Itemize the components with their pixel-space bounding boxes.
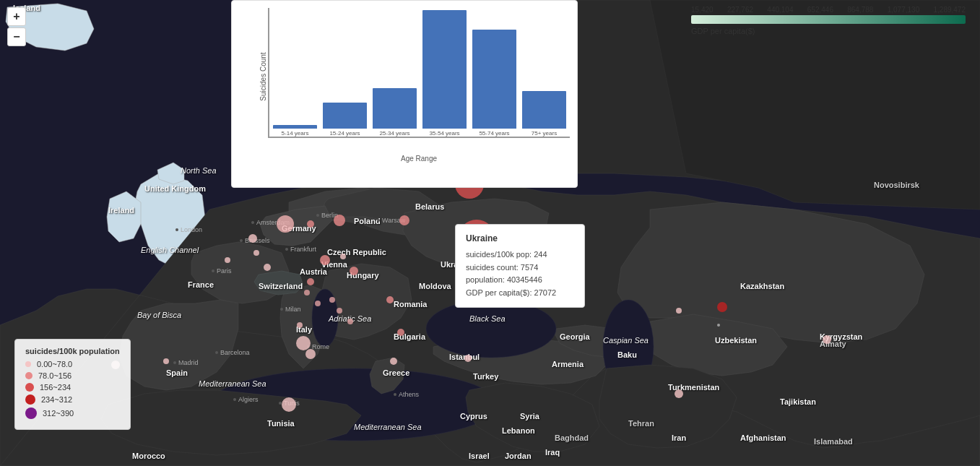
map-circle-26[interactable] bbox=[676, 308, 682, 314]
gdp-bar-title: GDP per capita($) bbox=[691, 27, 966, 35]
bar-4 bbox=[472, 30, 516, 129]
gdp-val-5: 864,788 bbox=[847, 6, 873, 14]
bars-container: 5-14 years15-24 years25-34 years35-54 ye… bbox=[268, 8, 570, 138]
bar-1 bbox=[323, 103, 367, 129]
zoom-out-button[interactable]: − bbox=[7, 27, 26, 46]
bar-0 bbox=[273, 125, 317, 129]
bar-group-3: 35-54 years bbox=[422, 10, 467, 137]
zoom-in-button[interactable]: + bbox=[7, 7, 26, 26]
svg-point-21 bbox=[426, 300, 556, 358]
city-label-7: Rome bbox=[312, 343, 329, 350]
legend-item-3: 234~312 bbox=[25, 394, 120, 405]
city-label-11: Algiers bbox=[238, 396, 259, 403]
map-circle-1[interactable] bbox=[334, 215, 345, 226]
bar-5 bbox=[522, 91, 566, 129]
map-circle-33[interactable] bbox=[717, 324, 720, 327]
suicide-legend: suicides/100k population 0.00~78.0 78.0~… bbox=[14, 339, 131, 430]
bar-label-0: 5-14 years bbox=[282, 130, 309, 137]
legend-circle-2 bbox=[25, 383, 34, 392]
map-circle-8[interactable] bbox=[320, 255, 330, 265]
map-circle-19[interactable] bbox=[305, 349, 316, 359]
svg-marker-6 bbox=[107, 191, 141, 242]
gdp-val-3: 440,104 bbox=[767, 6, 793, 14]
map-circle-12[interactable] bbox=[304, 290, 310, 295]
chart-x-label: Age Range bbox=[401, 155, 437, 163]
bar-group-1: 15-24 years bbox=[323, 103, 367, 137]
map-circle-27[interactable] bbox=[717, 302, 727, 312]
map-circle-16[interactable] bbox=[347, 319, 353, 324]
map-circle-24[interactable] bbox=[390, 358, 397, 365]
map-circle-32[interactable] bbox=[282, 397, 296, 412]
map-circle-5[interactable] bbox=[253, 250, 259, 256]
bar-label-1: 15-24 years bbox=[329, 130, 360, 137]
legend-range-0: 0.00~78.0 bbox=[37, 360, 72, 368]
map-circle-4[interactable] bbox=[248, 234, 257, 243]
city-dot-4 bbox=[316, 214, 319, 217]
map-circle-21[interactable] bbox=[399, 215, 409, 225]
city-label-10: Madrid bbox=[178, 359, 199, 366]
country-tooltip: Ukraine suicides/100k pop: 244suicides c… bbox=[455, 224, 585, 308]
city-label-0: London bbox=[181, 226, 202, 233]
legend-circle-4 bbox=[25, 407, 37, 419]
bar-3 bbox=[422, 10, 467, 129]
city-label-13: Athens bbox=[399, 391, 419, 398]
map-circle-6[interactable] bbox=[264, 264, 271, 271]
gdp-val-6: 1,077,130 bbox=[888, 6, 920, 14]
gdp-legend: 15,420 227,762 440,104 652,446 864,788 1… bbox=[691, 6, 966, 35]
map-circle-13[interactable] bbox=[315, 301, 321, 306]
map-circle-11[interactable] bbox=[307, 278, 314, 285]
legend-range-1: 78.0~156 bbox=[38, 371, 71, 380]
map-circle-7[interactable] bbox=[225, 257, 230, 263]
city-dot-11 bbox=[233, 398, 236, 401]
bar-group-4: 55-74 years bbox=[472, 30, 516, 137]
city-dot-3 bbox=[251, 221, 254, 224]
legend-range-2: 156~234 bbox=[40, 383, 71, 392]
legend-item-4: 312~390 bbox=[25, 407, 120, 419]
tooltip-row-3: GDP per capita($): 27072 bbox=[466, 287, 574, 300]
city-label-6: Milan bbox=[285, 306, 301, 313]
city-dot-13 bbox=[394, 393, 396, 396]
legend-item-0: 0.00~78.0 bbox=[25, 360, 120, 368]
map-circle-18[interactable] bbox=[296, 336, 311, 350]
map-circle-14[interactable] bbox=[329, 297, 335, 303]
map-circle-28[interactable] bbox=[675, 389, 683, 398]
map-circle-9[interactable] bbox=[340, 254, 346, 259]
city-dot-5 bbox=[285, 248, 288, 251]
legend-circle-3 bbox=[25, 394, 35, 405]
gdp-bar-labels: 15,420 227,762 440,104 652,446 864,788 1… bbox=[691, 6, 966, 14]
gdp-val-1: 15,420 bbox=[691, 6, 714, 14]
bar-label-5: 75+ years bbox=[532, 130, 557, 137]
map-circle-25[interactable] bbox=[464, 355, 472, 362]
tooltip-row-1: suicides count: 7574 bbox=[466, 262, 574, 275]
city-dot-2 bbox=[240, 239, 243, 242]
map-circle-15[interactable] bbox=[337, 308, 342, 314]
map-circle-29[interactable] bbox=[823, 335, 831, 344]
tooltip-row-0: suicides/100k pop: 244 bbox=[466, 249, 574, 262]
gdp-gradient-bar bbox=[691, 15, 966, 24]
city-dot-9 bbox=[215, 351, 218, 354]
map-circle-3[interactable] bbox=[307, 220, 314, 228]
legend-circle-0 bbox=[25, 361, 31, 367]
map-circle-22[interactable] bbox=[386, 296, 394, 303]
legend-range-3: 234~312 bbox=[41, 395, 72, 404]
city-dot-1 bbox=[212, 269, 214, 272]
map-circle-10[interactable] bbox=[350, 267, 358, 275]
legend-item-2: 156~234 bbox=[25, 383, 120, 392]
tooltip-title: Ukraine bbox=[466, 232, 574, 246]
city-dot-6 bbox=[280, 308, 283, 311]
legend-title: suicides/100k population bbox=[25, 347, 120, 355]
gdp-val-2: 227,762 bbox=[727, 6, 753, 14]
map-container: + − 15,420 227,762 440,104 652,446 864,7… bbox=[0, 0, 980, 466]
bar-label-4: 55-74 years bbox=[479, 130, 509, 137]
bar-2 bbox=[373, 88, 417, 129]
map-circle-23[interactable] bbox=[397, 329, 404, 336]
map-circle-2[interactable] bbox=[277, 215, 294, 233]
bar-group-2: 25-34 years bbox=[373, 88, 417, 137]
map-circle-17[interactable] bbox=[297, 322, 303, 328]
gdp-val-7: 1,289,472 bbox=[934, 6, 966, 14]
chart-panel: Suicides Count 5-14 years15-24 years25-3… bbox=[231, 0, 578, 188]
bar-label-3: 35-54 years bbox=[429, 130, 459, 137]
legend-item-1: 78.0~156 bbox=[25, 371, 120, 380]
bar-label-2: 25-34 years bbox=[379, 130, 409, 137]
map-circle-31[interactable] bbox=[163, 358, 169, 364]
